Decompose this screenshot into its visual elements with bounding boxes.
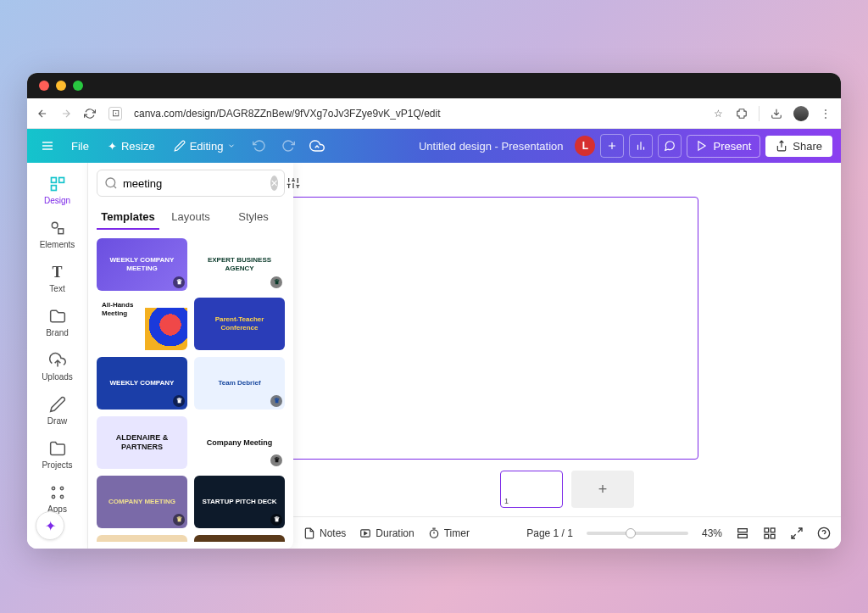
rail-text[interactable]: TText (27, 256, 87, 300)
url-text[interactable]: canva.com/design/DAGR8ZZnBew/9fVXg7oJv3F… (134, 108, 699, 120)
downloads-icon[interactable] (770, 107, 783, 120)
document-title[interactable]: Untitled design - Presentation (419, 140, 564, 153)
search-box: ✕ (97, 170, 285, 197)
rail-uploads[interactable]: Uploads (27, 344, 87, 388)
folder-icon (48, 439, 67, 458)
clear-search-icon[interactable]: ✕ (270, 176, 278, 191)
template-card[interactable]: PARENT-TEACHER (194, 535, 285, 542)
bookmark-star-icon[interactable]: ☆ (711, 107, 725, 120)
view-grid-icon[interactable] (763, 527, 776, 540)
present-button[interactable]: Present (687, 135, 760, 158)
template-card[interactable]: EXPERT BUSINESS AGENCY♛ (194, 238, 285, 291)
profile-avatar[interactable] (793, 106, 809, 121)
template-card[interactable]: Team Debrief♛ (194, 357, 285, 410)
close-window-button[interactable] (39, 81, 49, 91)
rail-design[interactable]: Design (27, 168, 87, 212)
crown-badge-icon: ♛ (173, 276, 185, 288)
crown-badge-icon: ♛ (270, 276, 282, 288)
add-user-button[interactable] (600, 134, 624, 158)
editing-label: Editing (190, 140, 224, 153)
extensions-icon[interactable] (735, 107, 748, 120)
browser-url-bar: ⊡ canva.com/design/DAGR8ZZnBew/9fVXg7oJv… (27, 98, 841, 129)
add-page-button[interactable]: + (571, 471, 634, 508)
canvas-viewport[interactable] (293, 163, 841, 462)
app-body: Design Elements TText Brand Uploads Draw… (27, 163, 841, 549)
user-avatar-badge[interactable]: L (575, 136, 595, 156)
svg-line-19 (114, 186, 116, 188)
side-panel: ✕ Templates Layouts Styles WEEKLY COMPAN… (88, 163, 293, 549)
sparkle-icon: ✦ (45, 518, 56, 534)
page-indicator: Page 1 / 1 (526, 527, 573, 539)
view-scroll-icon[interactable] (736, 527, 749, 540)
template-card[interactable]: COMPANY MEETING♛ (97, 476, 187, 528)
svg-rect-38 (765, 534, 769, 538)
forward-button[interactable] (59, 107, 73, 120)
crown-badge-icon: ♛ (173, 514, 185, 526)
template-card[interactable]: All-HandsMeeting (97, 298, 187, 350)
magic-button[interactable]: ✦ (36, 511, 64, 540)
hamburger-menu-icon[interactable] (36, 134, 59, 158)
template-card[interactable]: WEEKLY COMPANY MEETING♛ (97, 238, 187, 291)
template-card[interactable]: ALDENAIRE & PARTNERS (97, 416, 187, 469)
file-menu-button[interactable]: File (64, 137, 96, 156)
resize-label: Resize (121, 140, 155, 153)
site-info-icon[interactable]: ⊡ (108, 107, 122, 120)
resize-button[interactable]: ✦Resize (101, 137, 162, 156)
zoom-slider-handle[interactable] (626, 528, 636, 538)
maximize-window-button[interactable] (73, 81, 83, 91)
svg-line-41 (792, 534, 796, 538)
rail-elements[interactable]: Elements (27, 212, 87, 256)
cloud-upload-icon (48, 351, 67, 370)
svg-marker-8 (698, 142, 705, 151)
browser-menu-icon[interactable]: ⋮ (819, 107, 832, 120)
svg-point-16 (52, 495, 54, 498)
template-card[interactable]: Parent-Teacher Conference (194, 298, 285, 350)
svg-rect-13 (58, 229, 63, 234)
tab-styles[interactable]: Styles (222, 205, 285, 230)
svg-point-15 (60, 487, 63, 489)
fullscreen-icon[interactable] (790, 527, 804, 540)
svg-rect-9 (51, 178, 56, 183)
cloud-sync-icon[interactable] (305, 134, 329, 158)
tab-templates[interactable]: Templates (97, 205, 159, 230)
template-card[interactable]: STARTUP PITCH DECK♛ (194, 476, 285, 528)
template-card[interactable]: Company Meeting♛ (194, 416, 285, 469)
editing-mode-button[interactable]: Editing (167, 137, 243, 156)
slide-canvas[interactable] (293, 197, 698, 460)
svg-rect-10 (58, 178, 64, 183)
redo-button[interactable] (276, 134, 300, 158)
window-titlebar (27, 73, 841, 98)
rail-projects[interactable]: Projects (27, 432, 87, 476)
svg-line-40 (798, 528, 802, 532)
notes-button[interactable]: Notes (303, 527, 346, 539)
comment-button[interactable] (658, 134, 682, 158)
brand-icon (48, 307, 67, 326)
undo-button[interactable] (248, 134, 271, 158)
svg-rect-34 (738, 528, 748, 532)
grid-icon (48, 483, 67, 502)
search-icon (104, 176, 118, 190)
rail-brand[interactable]: Brand (27, 300, 87, 344)
svg-rect-39 (771, 534, 775, 538)
analytics-button[interactable] (629, 134, 653, 158)
zoom-slider[interactable] (587, 532, 688, 535)
reload-button[interactable] (83, 107, 97, 120)
duration-button[interactable]: Duration (359, 527, 414, 539)
timer-button[interactable]: Timer (428, 527, 470, 539)
template-card[interactable] (97, 535, 187, 542)
filmstrip-page-1[interactable]: 1 (500, 471, 563, 508)
search-input[interactable] (123, 177, 265, 190)
crown-badge-icon: ♛ (270, 454, 282, 466)
help-icon[interactable] (817, 527, 831, 540)
bottom-bar: Notes Duration Timer Page 1 / 1 43% (293, 516, 841, 549)
svg-point-12 (52, 222, 58, 228)
minimize-window-button[interactable] (56, 81, 66, 91)
filter-icon[interactable] (287, 176, 300, 190)
rail-draw[interactable]: Draw (27, 388, 87, 432)
tab-layouts[interactable]: Layouts (159, 205, 222, 230)
back-button[interactable] (36, 107, 49, 120)
svg-point-14 (52, 487, 54, 489)
share-button[interactable]: Share (765, 136, 832, 157)
templates-grid: WEEKLY COMPANY MEETING♛EXPERT BUSINESS A… (97, 238, 285, 542)
template-card[interactable]: WEEKLY COMPANY♛ (97, 357, 187, 410)
